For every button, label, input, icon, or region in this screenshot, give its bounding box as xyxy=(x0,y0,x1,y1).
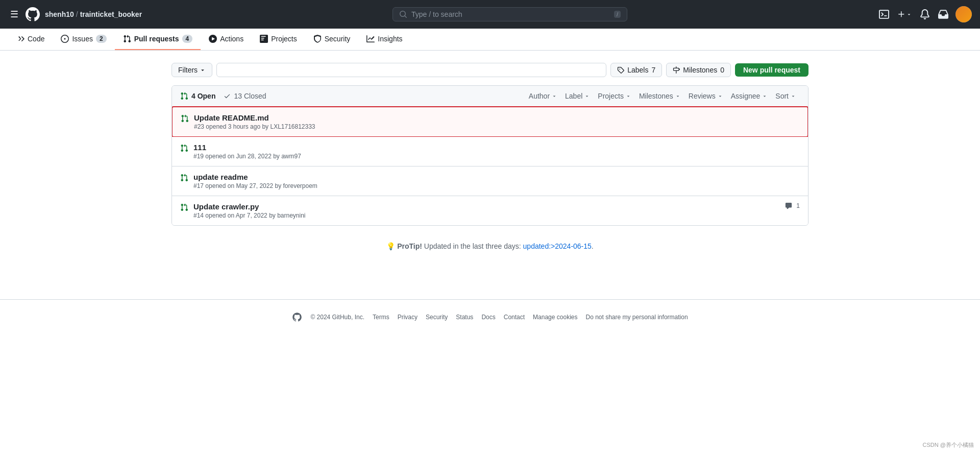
pr-open-icon xyxy=(180,144,188,152)
assignee-filter-label: Assignee xyxy=(731,92,761,100)
footer-terms[interactable]: Terms xyxy=(373,314,389,321)
tab-issues-label: Issues xyxy=(72,35,92,43)
tab-security-label: Security xyxy=(325,35,351,43)
filters-row: Filters is:pr is:open Labels 7 Milestone… xyxy=(172,63,808,77)
pr-item[interactable]: Update crawler.py #14 opened on Apr 7, 2… xyxy=(172,196,808,225)
pr-title[interactable]: Update README.md xyxy=(194,113,315,122)
comment-icon xyxy=(785,202,792,209)
filters-button-label: Filters xyxy=(178,66,198,74)
pr-meta: #17 opened on May 27, 2022 by foreverpoe… xyxy=(193,182,317,189)
tab-security[interactable]: Security xyxy=(305,29,359,50)
filter-input[interactable]: is:pr is:open xyxy=(216,63,606,77)
tab-pull-requests[interactable]: Pull requests 4 xyxy=(115,29,201,50)
pr-items-container: Update README.md #23 opened 3 hours ago … xyxy=(172,106,808,225)
projects-icon xyxy=(260,35,268,43)
actions-icon xyxy=(209,35,217,43)
pr-open-icon xyxy=(180,174,188,182)
footer-contact[interactable]: Contact xyxy=(504,314,525,321)
footer-copyright: © 2024 GitHub, Inc. xyxy=(310,314,364,321)
issues-badge: 2 xyxy=(96,35,107,43)
labels-button[interactable]: Labels 7 xyxy=(610,63,662,77)
add-button[interactable] xyxy=(896,9,913,19)
github-footer-logo xyxy=(292,312,302,322)
pr-item[interactable]: Update README.md #23 opened 3 hours ago … xyxy=(172,106,808,137)
pr-open-icon xyxy=(180,203,188,211)
pr-open-icon xyxy=(181,114,189,123)
pull-request-icon xyxy=(123,35,131,43)
chevron-down-icon xyxy=(200,67,206,73)
code-icon xyxy=(16,35,24,43)
projects-filter[interactable]: Projects xyxy=(594,90,635,102)
user-link[interactable]: shenh10 xyxy=(45,10,74,18)
footer-docs[interactable]: Docs xyxy=(481,314,495,321)
sort-chevron-icon xyxy=(791,93,796,99)
label-filter-label: Label xyxy=(565,92,582,100)
pr-info: Update crawler.py #14 opened on Apr 7, 2… xyxy=(193,202,306,219)
milestones-button[interactable]: Milestones 0 xyxy=(666,63,731,77)
main-content: Filters is:pr is:open Labels 7 Milestone… xyxy=(163,51,817,279)
footer-status[interactable]: Status xyxy=(456,314,473,321)
github-logo-icon xyxy=(24,6,41,22)
tab-issues[interactable]: Issues 2 xyxy=(53,29,114,50)
closed-count[interactable]: 13 Closed xyxy=(224,92,266,100)
sort-filter[interactable]: Sort xyxy=(771,90,800,102)
pr-title[interactable]: 111 xyxy=(193,143,301,152)
milestones-count: 0 xyxy=(720,66,724,74)
pr-meta: #14 opened on Apr 7, 2022 by barneynini xyxy=(193,212,306,219)
pr-info: 111 #19 opened on Jun 28, 2022 by awm97 xyxy=(193,143,301,160)
avatar[interactable] xyxy=(955,6,972,22)
search-box[interactable]: Type / to search / xyxy=(393,7,627,21)
milestone-icon xyxy=(673,66,680,74)
tab-projects[interactable]: Projects xyxy=(252,29,305,50)
footer-do-not-share[interactable]: Do not share my personal information xyxy=(585,314,688,321)
inbox-icon xyxy=(938,9,948,19)
search-placeholder: Type / to search xyxy=(411,10,462,18)
labels-label: Labels xyxy=(627,66,648,74)
reviews-filter[interactable]: Reviews xyxy=(684,90,727,102)
protip-message: Updated in the last three days: xyxy=(424,242,523,250)
hamburger-button[interactable]: ☰ xyxy=(8,7,20,22)
assignee-filter[interactable]: Assignee xyxy=(727,90,772,102)
footer-privacy[interactable]: Privacy xyxy=(398,314,418,321)
insights-icon xyxy=(366,35,375,43)
notifications-button[interactable] xyxy=(919,8,931,20)
pr-info: Update README.md #23 opened 3 hours ago … xyxy=(194,113,315,130)
milestones-chevron-icon xyxy=(675,93,680,99)
label-filter[interactable]: Label xyxy=(561,90,594,102)
tab-actions[interactable]: Actions xyxy=(201,29,252,50)
tag-icon xyxy=(617,66,624,74)
footer-security[interactable]: Security xyxy=(426,314,448,321)
breadcrumb: shenh10 / trainticket_booker xyxy=(45,10,142,18)
search-icon xyxy=(399,10,407,18)
bell-icon xyxy=(920,9,930,19)
new-pull-request-button[interactable]: New pull request xyxy=(735,63,808,77)
terminal-button[interactable] xyxy=(878,8,890,20)
tab-actions-label: Actions xyxy=(220,35,243,43)
label-chevron-icon xyxy=(584,93,590,99)
pr-item[interactable]: 111 #19 opened on Jun 28, 2022 by awm97 xyxy=(172,137,808,166)
protip-link[interactable]: updated:>2024-06-15 xyxy=(523,242,592,250)
protip: 💡 ProTip! Updated in the last three days… xyxy=(172,226,808,267)
open-count[interactable]: 4 Open xyxy=(180,92,215,100)
search-kbd: / xyxy=(614,11,621,18)
milestones-filter[interactable]: Milestones xyxy=(635,90,684,102)
author-filter[interactable]: Author xyxy=(525,90,561,102)
breadcrumb-separator: / xyxy=(76,10,78,18)
tab-insights[interactable]: Insights xyxy=(358,29,410,50)
footer: © 2024 GitHub, Inc. Terms Privacy Securi… xyxy=(0,299,980,335)
footer-manage-cookies[interactable]: Manage cookies xyxy=(533,314,577,321)
open-count-label: 4 Open xyxy=(191,92,215,100)
repo-link[interactable]: trainticket_booker xyxy=(80,10,142,18)
filters-button[interactable]: Filters xyxy=(172,63,212,77)
pr-list: 4 Open 13 Closed Author Label xyxy=(172,85,808,226)
pr-item[interactable]: update readme #17 opened on May 27, 2022… xyxy=(172,166,808,196)
pr-title[interactable]: Update crawler.py xyxy=(193,202,306,211)
navbar-left: ☰ shenh10 / trainticket_booker xyxy=(8,6,142,22)
inbox-button[interactable] xyxy=(937,8,949,20)
tab-pull-requests-label: Pull requests xyxy=(134,35,179,43)
pr-title[interactable]: update readme xyxy=(193,173,317,181)
tab-code[interactable]: Code xyxy=(8,29,53,50)
security-icon xyxy=(313,35,322,43)
protip-bulb-icon: 💡 xyxy=(386,242,395,250)
list-header-left: 4 Open 13 Closed xyxy=(180,92,266,100)
